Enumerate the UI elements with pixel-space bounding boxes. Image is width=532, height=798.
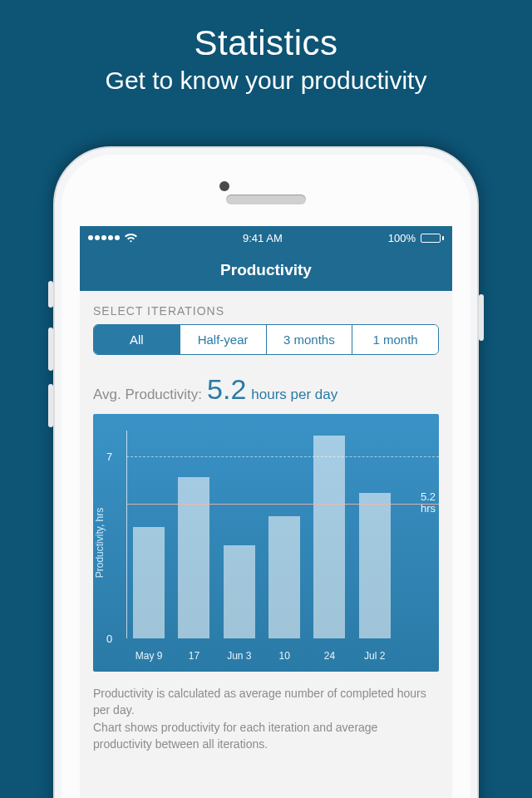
productivity-chart: Productivity, hrs 705.2hrs May 917Jun 31… [93,414,439,672]
chart-x-label: 10 [268,650,300,662]
avg-value: 5.2 [207,373,246,406]
battery-icon [421,234,444,243]
wifi-icon [125,234,137,243]
segment-all[interactable]: All [94,325,180,354]
front-camera [219,181,229,191]
avg-productivity-line: Avg. Productivity: 5.2 hours per day [93,373,439,406]
chart-bar [224,545,255,639]
battery-percent: 100% [388,232,416,244]
chart-x-label: 24 [313,650,345,662]
volume-up-button [48,328,53,371]
chart-tick: 0 [106,633,112,645]
mute-switch [48,281,53,308]
chart-x-label: May 9 [133,650,165,662]
navbar: Productivity [80,249,452,291]
avg-unit: hours per day [251,387,337,403]
phone-screen: 9:41 AM 100% Productivity SELECT ITERATI… [80,226,452,798]
segment-three-months[interactable]: 3 months [267,325,353,354]
power-button [479,294,484,341]
phone-speaker [226,195,306,204]
marketing-subtitle: Get to know your productivity [0,66,532,95]
status-bar: 9:41 AM 100% [80,226,452,249]
chart-bar [313,436,345,638]
footer-line-2: Chart shows productivity for each iterat… [93,719,439,753]
chart-x-label: Jul 2 [359,650,391,662]
chart-x-label: 17 [178,650,209,662]
segment-half-year[interactable]: Half-year [180,325,267,354]
footer-explanation: Productivity is calculated as average nu… [93,685,439,752]
chart-y-axis-label: Productivity, hrs [94,508,106,578]
chart-bar [268,516,300,638]
iterations-section-label: SELECT ITERATIONS [93,304,439,318]
iterations-segmented-control: All Half-year 3 months 1 month [93,324,439,355]
chart-bar [359,493,391,638]
chart-tick: 7 [106,451,112,463]
phone-frame: 9:41 AM 100% Productivity SELECT ITERATI… [53,146,479,798]
footer-line-1: Productivity is calculated as average nu… [93,685,439,719]
chart-x-label: Jun 3 [224,650,255,662]
marketing-header: Statistics Get to know your productivity [0,0,532,95]
chart-avg-line [126,504,439,505]
status-time: 9:41 AM [243,232,283,244]
volume-down-button [48,384,53,427]
chart-bars [126,431,397,638]
chart-gridline [126,456,439,457]
chart-avg-label: 5.2hrs [421,491,436,516]
chart-x-labels: May 917Jun 31024Jul 2 [126,650,397,662]
chart-bar [133,527,165,638]
avg-label: Avg. Productivity: [93,387,202,403]
segment-one-month[interactable]: 1 month [352,325,438,354]
marketing-title: Statistics [0,23,532,63]
signal-strength-icon [88,235,120,240]
page-title: Productivity [220,261,312,279]
chart-bar [178,477,209,638]
